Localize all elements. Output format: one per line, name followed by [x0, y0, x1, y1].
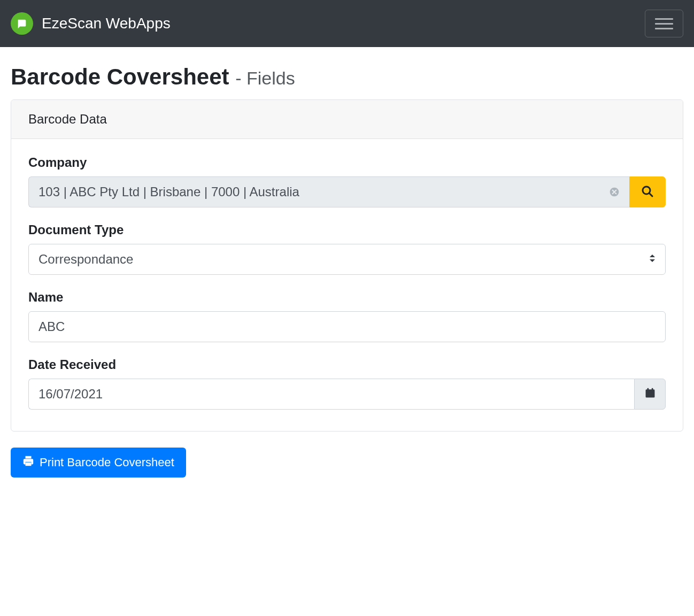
- svg-rect-9: [26, 463, 32, 466]
- company-group: Company 103 | ABC Pty Ltd | Brisbane | 7…: [28, 155, 666, 207]
- svg-line-2: [649, 193, 652, 196]
- search-icon: [641, 185, 654, 199]
- page-title-main: Barcode Coversheet: [11, 64, 235, 89]
- calendar-icon: [644, 387, 656, 401]
- company-label: Company: [28, 155, 666, 170]
- brand-logo-icon: [11, 12, 33, 35]
- date-received-label: Date Received: [28, 357, 666, 372]
- date-picker-button[interactable]: [634, 379, 666, 410]
- print-button-label: Print Barcode Coversheet: [40, 456, 174, 469]
- svg-rect-7: [645, 390, 654, 392]
- company-value: 103 | ABC Pty Ltd | Brisbane | 7000 | Au…: [38, 184, 299, 199]
- date-received-input[interactable]: [28, 379, 634, 410]
- navbar-brand-area: EzeScan WebApps: [11, 12, 171, 35]
- svg-rect-8: [646, 392, 654, 397]
- print-coversheet-button[interactable]: Print Barcode Coversheet: [11, 448, 186, 478]
- page-title: Barcode Coversheet - Fields: [11, 64, 683, 90]
- clear-icon[interactable]: [609, 187, 620, 197]
- name-group: Name: [28, 290, 666, 342]
- date-received-group: Date Received: [28, 357, 666, 410]
- document-type-label: Document Type: [28, 222, 666, 237]
- navbar: EzeScan WebApps: [0, 0, 694, 47]
- card-header: Barcode Data: [11, 100, 683, 139]
- company-search-button[interactable]: [629, 176, 666, 207]
- document-type-value: Correspondance: [38, 252, 133, 266]
- company-field[interactable]: 103 | ABC Pty Ltd | Brisbane | 7000 | Au…: [28, 176, 629, 207]
- brand-text[interactable]: EzeScan WebApps: [42, 15, 171, 32]
- name-input[interactable]: [28, 311, 666, 342]
- print-icon: [22, 455, 34, 470]
- page-title-sub: - Fields: [235, 68, 295, 88]
- document-type-group: Document Type Correspondance: [28, 222, 666, 275]
- menu-toggle-button[interactable]: [645, 10, 683, 37]
- barcode-data-card: Barcode Data Company 103 | ABC Pty Ltd |…: [11, 99, 683, 432]
- name-label: Name: [28, 290, 666, 305]
- document-type-select[interactable]: Correspondance: [28, 244, 666, 275]
